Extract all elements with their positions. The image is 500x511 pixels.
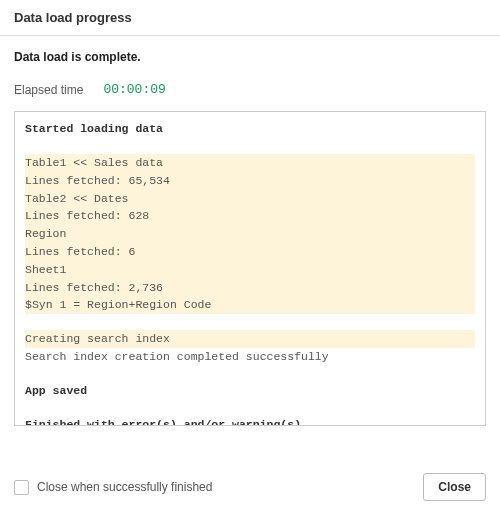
log-start-heading: Started loading data [25, 120, 475, 138]
load-status: Data load is complete. [14, 50, 486, 64]
log-line: Creating search index [25, 330, 475, 348]
log-line: Table2 << Dates [25, 190, 475, 208]
auto-close-checkbox[interactable] [14, 480, 29, 495]
log-line: $Syn 1 = Region+Region Code [25, 296, 475, 314]
close-button[interactable]: Close [423, 473, 486, 501]
auto-close-label: Close when successfully finished [37, 480, 212, 494]
dialog-footer: Close when successfully finished Close [0, 463, 500, 511]
log-saved-heading: App saved [25, 382, 475, 400]
log-content: Started loading data Table1 << Sales dat… [15, 112, 485, 426]
dialog-header: Data load progress [0, 0, 500, 36]
log-load-block: Table1 << Sales data Lines fetched: 65,5… [25, 154, 475, 314]
log-line: Lines fetched: 628 [25, 207, 475, 225]
log-line: Lines fetched: 2,736 [25, 279, 475, 297]
log-line: Table1 << Sales data [25, 154, 475, 172]
elapsed-row: Elapsed time 00:00:09 [14, 82, 486, 97]
auto-close-option[interactable]: Close when successfully finished [14, 480, 212, 495]
dialog-body: Data load is complete. Elapsed time 00:0… [0, 36, 500, 440]
log-line: Lines fetched: 65,534 [25, 172, 475, 190]
elapsed-label: Elapsed time [14, 83, 83, 97]
log-line: Lines fetched: 6 [25, 243, 475, 261]
dialog-title: Data load progress [14, 10, 132, 25]
log-line: Sheet1 [25, 261, 475, 279]
log-finished-heading: Finished with error(s) and/or warning(s) [25, 416, 475, 426]
log-line: Search index creation completed successf… [25, 350, 329, 363]
log-line: Region [25, 225, 475, 243]
log-search-block: Creating search index Search index creat… [25, 330, 475, 366]
elapsed-time: 00:00:09 [103, 82, 165, 97]
log-panel[interactable]: Started loading data Table1 << Sales dat… [14, 111, 486, 426]
